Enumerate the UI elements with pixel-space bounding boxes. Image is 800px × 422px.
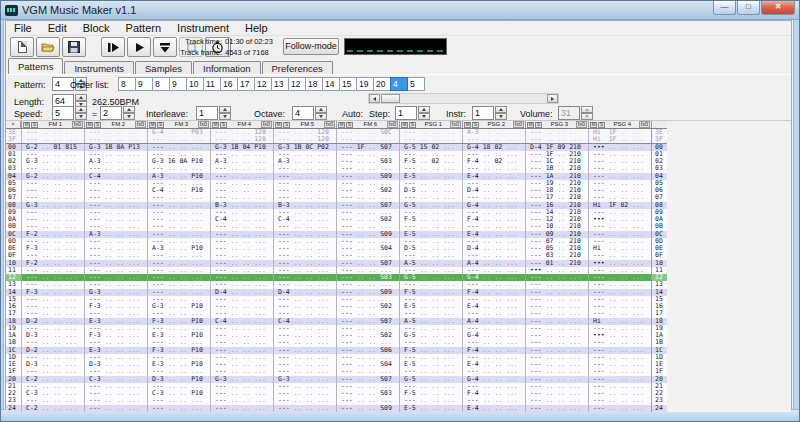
order-list-cell[interactable]: 14: [322, 77, 340, 91]
pattern-cell[interactable]: A-3 .. .. P10: [147, 245, 210, 252]
pattern-cell[interactable]: --- .. .. ...: [84, 165, 147, 172]
pattern-cell[interactable]: C-3 .. .. ...: [21, 390, 84, 397]
pattern-cell[interactable]: --- .. .. ...: [273, 252, 336, 259]
pattern-cell[interactable]: --- 07 .. 210: [525, 238, 588, 245]
pattern-cell[interactable]: --- .. .. ...: [210, 405, 273, 412]
pattern-cell[interactable]: --- .. .. ...: [84, 209, 147, 216]
pattern-cell[interactable]: --- .. .. ...: [336, 238, 399, 245]
pattern-cell[interactable]: --- .. .. ...: [588, 194, 651, 201]
pattern-cell[interactable]: --- .. .. ...: [147, 194, 210, 201]
pattern-cell[interactable]: --- .. .. ...: [399, 296, 462, 303]
pattern-cell[interactable]: --- .. .. ...: [273, 339, 336, 346]
pattern-cell[interactable]: --- .. .. ...: [273, 187, 336, 194]
pattern-cell[interactable]: C-4 .. .. ...: [210, 216, 273, 223]
pattern-cell[interactable]: --- .. .. ...: [399, 397, 462, 404]
pattern-cell[interactable]: F-4 .. .. ...: [462, 216, 525, 223]
pattern-cell[interactable]: --- .. .. ...: [147, 144, 210, 151]
pattern-cell[interactable]: --- .. .. ...: [210, 223, 273, 230]
pattern-cell[interactable]: --- .. .. ...: [210, 383, 273, 390]
pattern-cell[interactable]: --- .. .. ...: [462, 267, 525, 274]
pattern-cell[interactable]: --- .. .. ...: [525, 383, 588, 390]
pattern-cell[interactable]: --- .. .. ...: [399, 136, 462, 142]
fx-columns-toggle[interactable]: fx0: [198, 121, 209, 128]
pattern-cell[interactable]: --- .. .. ...: [399, 180, 462, 187]
pattern-cell[interactable]: --- .. .. ...: [525, 129, 588, 136]
pattern-cell[interactable]: A-3 .. .. ...: [84, 158, 147, 165]
pattern-cell[interactable]: --- .. .. ...: [462, 354, 525, 361]
pattern-cell[interactable]: --- .. .. ...: [21, 151, 84, 158]
pattern-cell[interactable]: --- .. .. S02: [336, 216, 399, 223]
pattern-cell[interactable]: --- .. .. ...: [84, 274, 147, 281]
pattern-cell[interactable]: --- .. .. ...: [210, 354, 273, 361]
pattern-cell[interactable]: --- .. .. ...: [588, 383, 651, 390]
pattern-cell[interactable]: --- .. .. ...: [588, 231, 651, 238]
pattern-cell[interactable]: --- .. .. ...: [210, 274, 273, 281]
tab-instruments[interactable]: Instruments: [64, 61, 134, 74]
pattern-cell[interactable]: F-4 .. .. ...: [462, 390, 525, 397]
pattern-cell[interactable]: --- 09 .. 210: [525, 231, 588, 238]
pattern-cell[interactable]: --- .. .. ...: [336, 296, 399, 303]
pattern-cell[interactable]: --- .. .. ...: [21, 310, 84, 317]
pattern-cell[interactable]: --- .. .. ...: [21, 354, 84, 361]
pattern-cell[interactable]: A-5 .. .. ...: [399, 318, 462, 325]
pattern-cell[interactable]: --- .. .. ...: [336, 180, 399, 187]
mute-button[interactable]: M: [149, 122, 156, 128]
pattern-cell[interactable]: --- .. .. ...: [147, 267, 210, 274]
solo-button[interactable]: S: [94, 122, 101, 128]
pattern-cell[interactable]: --- .. .. S07: [336, 260, 399, 267]
pattern-cell[interactable]: --- .. .. ...: [462, 180, 525, 187]
pattern-cell[interactable]: --- .. .. ...: [147, 209, 210, 216]
pattern-cell[interactable]: --- 1F .. 210: [525, 151, 588, 158]
pattern-cell[interactable]: --- .. .. ...: [399, 368, 462, 375]
pattern-cell[interactable]: --- .. .. ...: [84, 187, 147, 194]
pattern-cell[interactable]: E-3 .. .. ...: [84, 318, 147, 325]
pattern-cell[interactable]: G-2 .. .. ...: [21, 173, 84, 180]
pattern-cell[interactable]: G-4 .. .. ...: [462, 274, 525, 281]
pattern-cell[interactable]: --- .. .. ...: [462, 368, 525, 375]
pattern-cell[interactable]: F-5 .. 02 ...: [399, 158, 462, 165]
pattern-cell[interactable]: --- .. .. ...: [336, 368, 399, 375]
pattern-cell[interactable]: ••• .. .. ...: [525, 267, 588, 274]
pattern-cell[interactable]: --- .. .. ...: [525, 136, 588, 142]
step-spinner[interactable]: 1: [395, 106, 417, 120]
pattern-cell[interactable]: --- .. .. ...: [147, 252, 210, 259]
pattern-cell[interactable]: --- .. .. ...: [588, 354, 651, 361]
pattern-cell[interactable]: E-5 .. .. ...: [399, 231, 462, 238]
pattern-cell[interactable]: F-4 .. .. ...: [462, 347, 525, 354]
pattern-cell[interactable]: --- .. .. ...: [399, 129, 462, 136]
solo-button[interactable]: S: [346, 122, 353, 128]
pattern-cell[interactable]: --- .. .. ...: [84, 281, 147, 288]
pattern-cell[interactable]: Hi .. .. ...: [588, 245, 651, 252]
fx-columns-toggle[interactable]: fx0: [72, 121, 83, 128]
minimize-button[interactable]: —: [713, 1, 736, 15]
pattern-cell[interactable]: --- 1A .. 210: [525, 173, 588, 180]
pattern-cell[interactable]: ••• .. .. ...: [588, 260, 651, 267]
pattern-cell[interactable]: --- .. .. ...: [273, 180, 336, 187]
pattern-cell[interactable]: --- .. .. ...: [273, 390, 336, 397]
pattern-cell[interactable]: C-2 .. .. ...: [21, 405, 84, 412]
close-button[interactable]: ✕: [761, 1, 795, 15]
pattern-cell[interactable]: D-3 .. .. ...: [21, 332, 84, 339]
pattern-cell[interactable]: --- .. .. ...: [399, 151, 462, 158]
pattern-cell[interactable]: --- .. .. ...: [273, 209, 336, 216]
pattern-cell[interactable]: --- .. .. ...: [210, 260, 273, 267]
pattern-cell[interactable]: --- .. .. S03: [336, 274, 399, 281]
pattern-cell[interactable]: --- .. .. ...: [147, 339, 210, 346]
pattern-cell[interactable]: D-4 .. .. ...: [462, 245, 525, 252]
pattern-cell[interactable]: --- .. .. ...: [525, 325, 588, 332]
pattern-cell[interactable]: G-3 1B 04 P10: [210, 144, 273, 151]
pattern-cell[interactable]: --- .. .. ...: [210, 303, 273, 310]
pattern-cell[interactable]: --- .. .. ...: [210, 252, 273, 259]
pattern-cell[interactable]: --- 1C .. 210: [525, 158, 588, 165]
order-list-cell[interactable]: 8: [152, 77, 170, 91]
pattern-cell[interactable]: --- .. .. ...: [399, 238, 462, 245]
pattern-cell[interactable]: --- 1F .. S07: [336, 144, 399, 151]
mute-button[interactable]: M: [275, 122, 282, 128]
pattern-cell[interactable]: --- .. .. ...: [210, 361, 273, 368]
pattern-cell[interactable]: --- .. .. ...: [588, 223, 651, 230]
pattern-cell[interactable]: --- 16 .. 210: [525, 202, 588, 209]
pattern-cell[interactable]: --- .. .. ...: [210, 347, 273, 354]
pattern-cell[interactable]: --- .. .. ...: [147, 165, 210, 172]
pattern-cell[interactable]: --- .. .. S02: [336, 187, 399, 194]
pattern-cell[interactable]: --- .. .. ...: [588, 289, 651, 296]
